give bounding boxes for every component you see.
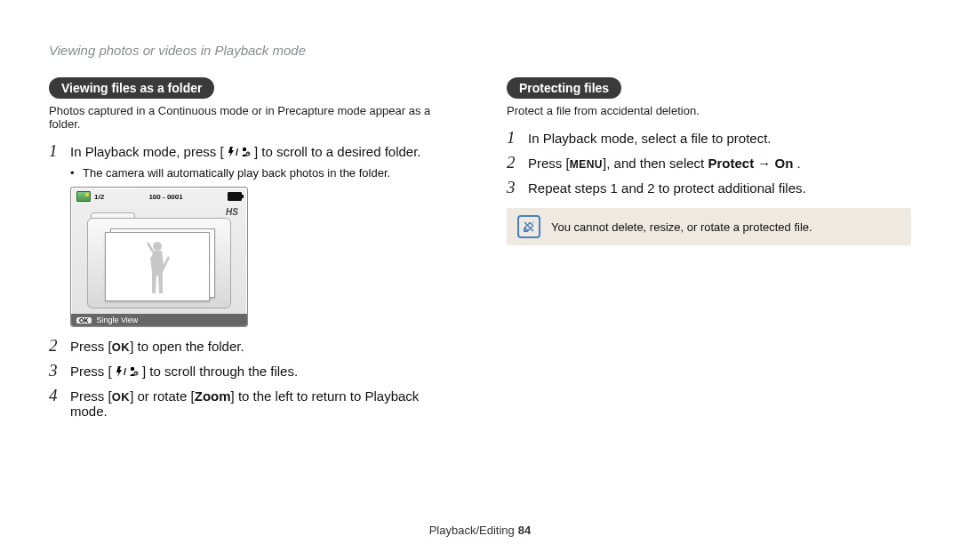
battery-icon [228,192,242,201]
section-heading-right: Protecting files [507,77,621,99]
note-text: You cannot delete, resize, or rotate a p… [551,220,812,234]
left-column: Viewing files as a folder Photos capture… [49,77,453,424]
step-number: 4 [49,386,70,405]
flash-timer-icon: / [224,144,254,159]
ok-button-label: OK [112,390,131,404]
svg-point-7 [131,367,134,371]
step2-text: Press [OK] to open the folder. [70,339,453,354]
bullet1-text: The camera will automatically play back … [83,166,453,180]
r-step3-text: Repeat steps 1 and 2 to protect addition… [528,180,911,196]
r-step1-text: In Playback mode, select a file to prote… [528,131,911,146]
left-intro: Photos captured in a Continuous mode or … [49,104,453,131]
step-number: 3 [49,361,70,380]
note-box: You cannot delete, resize, or rotate a p… [507,208,911,245]
svg-point-5 [153,242,162,251]
person-silhouette-icon [141,238,173,295]
bullet-icon: • [70,166,83,180]
lcd-counter: 1/2 [94,193,104,201]
step-number: 2 [507,153,528,172]
ok-button-label: OK [112,340,131,354]
step-number: 1 [507,128,528,148]
lcd-ok-icon: OK [76,317,92,324]
breadcrumb: Viewing photos or videos in Playback mod… [49,43,911,58]
step4-text: Press [OK] or rotate [Zoom] to the left … [70,388,453,419]
section-heading-left: Viewing files as a folder [49,77,214,99]
svg-text:/: / [124,366,126,377]
page-footer: Playback/Editing84 [0,524,960,537]
step3-text: Press [ / ] to scroll through the files. [70,364,453,379]
folder-graphic [87,212,229,308]
camera-screen-mock: 1/2 100 - 0001 HS [70,187,248,327]
note-icon [517,215,540,238]
svg-point-1 [243,148,246,151]
flash-timer-icon: / [112,364,142,379]
lcd-filecode: 100 - 0001 [148,193,182,201]
right-intro: Protect a file from accidental deletion. [507,104,911,117]
menu-button-label: MENU [570,158,603,171]
step-number: 2 [49,336,70,356]
lcd-bottom-label: Single View [97,316,139,324]
step-number: 3 [507,178,528,197]
r-step2-text: Press [MENU], and then select Protect → … [528,156,911,171]
svg-text:/: / [236,147,238,157]
right-column: Protecting files Protect a file from acc… [507,77,911,424]
step-number: 1 [49,141,70,161]
picture-icon [76,191,91,202]
step1-text: In Playback mode, press [ / ] to scroll … [70,144,453,159]
